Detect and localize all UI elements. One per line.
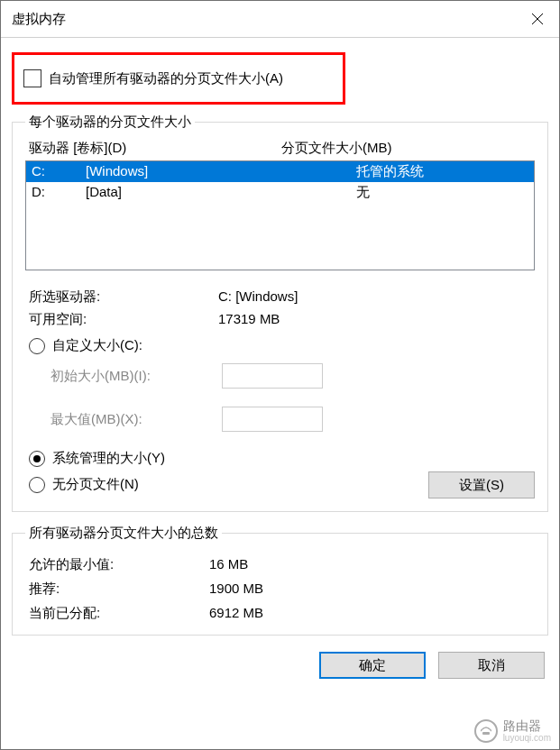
drive-list[interactable]: C: [Windows] 托管的系统 D: [Data] 无 xyxy=(25,160,535,270)
drive-size: 无 xyxy=(356,184,370,201)
drive-letter: C: xyxy=(32,163,86,180)
max-size-row: 最大值(MB)(X): xyxy=(25,407,535,432)
auto-manage-highlight: 自动管理所有驱动器的分页文件大小(A) xyxy=(12,52,345,105)
auto-manage-checkbox[interactable] xyxy=(23,69,41,87)
selected-drive-label: 所选驱动器: xyxy=(25,288,218,306)
selected-drive-row: 所选驱动器: C: [Windows] xyxy=(25,288,535,306)
rec-label: 推荐: xyxy=(29,581,209,598)
selected-drive-value: C: [Windows] xyxy=(218,288,298,306)
per-drive-group: 每个驱动器的分页文件大小 驱动器 [卷标](D) 分页文件大小(MB) C: [… xyxy=(12,114,548,512)
rec-row: 推荐: 1900 MB xyxy=(25,581,535,598)
drive-label: [Windows] xyxy=(86,163,356,180)
drive-label: [Data] xyxy=(86,184,356,201)
auto-manage-label: 自动管理所有驱动器的分页文件大小(A) xyxy=(49,70,283,87)
rec-value: 1900 MB xyxy=(209,581,263,598)
drive-row[interactable]: C: [Windows] 托管的系统 xyxy=(26,161,534,182)
custom-size-radio-row[interactable]: 自定义大小(C): xyxy=(25,337,535,354)
max-size-label: 最大值(MB)(X): xyxy=(50,411,222,428)
drive-size: 托管的系统 xyxy=(356,163,424,180)
no-paging-radio[interactable] xyxy=(29,477,45,493)
header-size: 分页文件大小(MB) xyxy=(281,140,392,157)
cur-label: 当前已分配: xyxy=(29,605,209,622)
initial-size-input xyxy=(222,363,323,389)
min-label: 允许的最小值: xyxy=(29,556,209,573)
system-managed-label: 系统管理的大小(Y) xyxy=(52,450,165,467)
drive-row[interactable]: D: [Data] 无 xyxy=(26,182,534,203)
available-space-label: 可用空间: xyxy=(25,311,218,328)
custom-size-radio[interactable] xyxy=(29,338,45,354)
max-size-input xyxy=(222,407,323,432)
close-icon xyxy=(532,14,543,24)
close-button[interactable] xyxy=(519,1,555,37)
min-value: 16 MB xyxy=(209,556,248,573)
cur-row: 当前已分配: 6912 MB xyxy=(25,605,535,622)
titlebar: 虚拟内存 xyxy=(1,1,559,38)
initial-size-row: 初始大小(MB)(I): xyxy=(25,363,535,389)
initial-size-label: 初始大小(MB)(I): xyxy=(50,368,222,385)
no-paging-label: 无分页文件(N) xyxy=(52,476,139,493)
cur-value: 6912 MB xyxy=(209,605,263,622)
totals-group: 所有驱动器分页文件大小的总数 允许的最小值: 16 MB 推荐: 1900 MB… xyxy=(12,525,548,636)
cancel-button[interactable]: 取消 xyxy=(438,652,545,679)
dialog-button-row: 确定 取消 xyxy=(12,643,548,679)
per-drive-legend: 每个驱动器的分页文件大小 xyxy=(25,114,195,131)
ok-button[interactable]: 确定 xyxy=(319,652,426,679)
min-row: 允许的最小值: 16 MB xyxy=(25,556,535,573)
available-space-row: 可用空间: 17319 MB xyxy=(25,311,535,328)
window-title: 虚拟内存 xyxy=(12,11,66,28)
available-space-value: 17319 MB xyxy=(218,311,280,328)
dialog-body: 自动管理所有驱动器的分页文件大小(A) 每个驱动器的分页文件大小 驱动器 [卷标… xyxy=(1,38,559,749)
set-button[interactable]: 设置(S) xyxy=(428,471,535,498)
virtual-memory-dialog: 虚拟内存 自动管理所有驱动器的分页文件大小(A) 每个驱动器的分页文件大小 驱动… xyxy=(0,0,560,750)
header-drive: 驱动器 [卷标](D) xyxy=(29,140,281,157)
custom-size-label: 自定义大小(C): xyxy=(52,337,142,354)
drive-list-header: 驱动器 [卷标](D) 分页文件大小(MB) xyxy=(25,138,535,160)
drive-letter: D: xyxy=(32,184,86,201)
totals-legend: 所有驱动器分页文件大小的总数 xyxy=(25,525,222,542)
system-managed-radio[interactable] xyxy=(29,451,45,467)
system-managed-radio-row[interactable]: 系统管理的大小(Y) xyxy=(25,450,535,467)
